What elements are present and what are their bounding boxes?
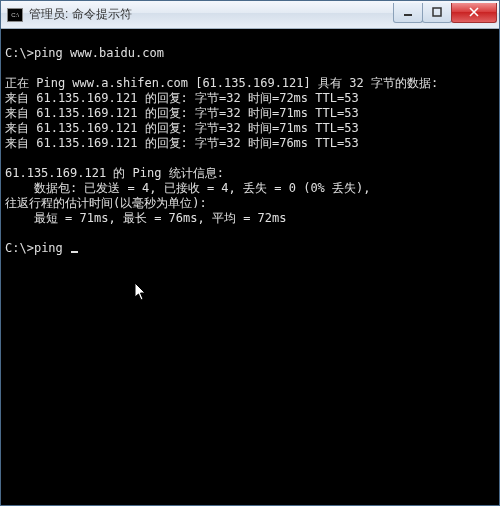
titlebar[interactable]: C:\ 管理员: 命令提示符 — [1, 1, 499, 29]
close-button[interactable] — [451, 3, 497, 23]
output-line: 61.135.169.121 的 Ping 统计信息: — [5, 166, 224, 180]
maximize-button[interactable] — [422, 3, 452, 23]
window-controls — [394, 3, 497, 23]
output-line: 来自 61.135.169.121 的回复: 字节=32 时间=76ms TTL… — [5, 136, 359, 150]
cmd-icon: C:\ — [7, 8, 23, 22]
output-line: 往返行程的估计时间(以毫秒为单位): — [5, 196, 207, 210]
close-icon — [469, 7, 479, 17]
minimize-button[interactable] — [393, 3, 423, 23]
terminal-output[interactable]: C:\>ping www.baidu.com 正在 Ping www.a.shi… — [1, 29, 499, 505]
text-cursor — [71, 251, 78, 253]
maximize-icon — [432, 7, 442, 17]
output-line: 来自 61.135.169.121 的回复: 字节=32 时间=72ms TTL… — [5, 91, 359, 105]
prompt-line: C:\>ping www.baidu.com — [5, 46, 164, 60]
output-line: 正在 Ping www.a.shifen.com [61.135.169.121… — [5, 76, 438, 90]
output-line: 最短 = 71ms, 最长 = 76ms, 平均 = 72ms — [5, 211, 287, 225]
svg-rect-1 — [433, 8, 441, 16]
output-line: 来自 61.135.169.121 的回复: 字节=32 时间=71ms TTL… — [5, 106, 359, 120]
command-prompt-window: C:\ 管理员: 命令提示符 C:\>ping www.baidu.com 正在… — [0, 0, 500, 506]
mouse-cursor-icon — [91, 267, 148, 321]
prompt-line: C:\>ping — [5, 241, 78, 255]
svg-rect-0 — [404, 14, 412, 16]
window-title: 管理员: 命令提示符 — [29, 6, 394, 23]
minimize-icon — [403, 7, 413, 17]
output-line: 来自 61.135.169.121 的回复: 字节=32 时间=71ms TTL… — [5, 121, 359, 135]
output-line: 数据包: 已发送 = 4, 已接收 = 4, 丢失 = 0 (0% 丢失), — [5, 181, 371, 195]
